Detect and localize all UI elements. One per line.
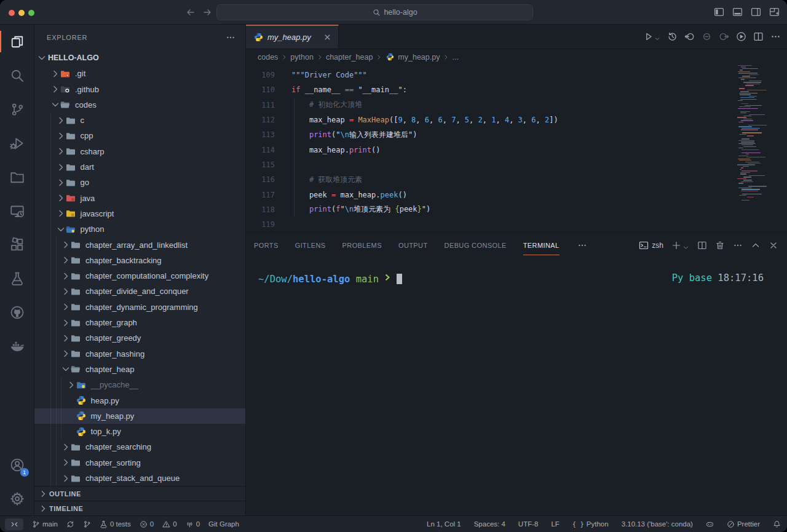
chevron-right-icon[interactable]	[50, 84, 60, 94]
folder-c[interactable]: c	[34, 113, 245, 128]
folder-chapter_sorting[interactable]: chapter_sorting	[34, 455, 245, 470]
chevron-right-icon[interactable]	[61, 474, 71, 483]
panel-tab-debug-console[interactable]: DEBUG CONSOLE	[445, 232, 507, 258]
panel-tab-terminal[interactable]: TERMINAL	[523, 232, 560, 258]
folder-HELLO-ALGO[interactable]: HELLO-ALGO	[34, 50, 245, 66]
chevron-right-icon[interactable]	[56, 178, 66, 188]
panel-more-tabs-icon[interactable]	[577, 240, 587, 250]
chevron-right-icon[interactable]	[56, 162, 66, 172]
maximize-panel-icon[interactable]	[751, 240, 761, 250]
chevron-right-icon[interactable]	[61, 458, 71, 467]
chevron-right-icon[interactable]	[61, 318, 71, 328]
toggle-primary-sidebar-icon[interactable]	[714, 7, 724, 17]
split-editor-icon[interactable]	[753, 31, 764, 42]
folder-chapter_heap[interactable]: chapter_heap	[34, 362, 245, 377]
tab-my-heap[interactable]: my_heap.py	[246, 25, 339, 49]
breadcrumb-item[interactable]: ...	[452, 53, 458, 62]
source-control-icon[interactable]	[0, 92, 34, 126]
status-sync[interactable]	[66, 520, 74, 528]
chevron-right-icon[interactable]	[61, 349, 71, 359]
run-debug-icon[interactable]	[0, 126, 34, 160]
code-editor[interactable]: 109"""Driver Code"""110if __name__ == "_…	[246, 65, 787, 232]
folder-.git[interactable]: .git	[34, 66, 245, 81]
nav-back-icon[interactable]	[186, 7, 196, 17]
folder-chapter_stack_and_queue[interactable]: chapter_stack_and_queue	[34, 470, 245, 486]
project-folder-icon[interactable]	[0, 160, 34, 194]
chevron-down-icon[interactable]	[50, 100, 60, 109]
minimize-window-button[interactable]	[18, 10, 25, 16]
outline-section[interactable]: OUTLINE	[34, 486, 245, 501]
status-utf-8[interactable]: UTF-8	[518, 520, 539, 528]
status-0-tests[interactable]: 0 tests	[100, 520, 131, 528]
chevron-right-icon[interactable]	[56, 208, 66, 218]
folder-chapter_divide_and_conquer[interactable]: chapter_divide_and_conquer	[34, 284, 245, 299]
minimap[interactable]	[737, 65, 780, 201]
toggle-secondary-sidebar-icon[interactable]	[751, 7, 761, 17]
status-scm[interactable]	[83, 520, 91, 528]
run-or-debug-icon[interactable]	[736, 31, 746, 42]
folder-cpp[interactable]: cpp	[34, 128, 245, 143]
breadcrumb-item[interactable]: codes	[258, 53, 278, 62]
status-lf[interactable]: LF	[551, 520, 559, 528]
nav-forward-icon[interactable]	[202, 7, 212, 17]
go-forward-icon[interactable]	[719, 31, 729, 42]
folder-csharp[interactable]: csharp	[34, 144, 245, 159]
file-heap.py[interactable]: heap.py	[34, 392, 245, 408]
chevron-right-icon[interactable]	[61, 287, 71, 296]
chevron-right-icon[interactable]	[56, 131, 66, 141]
status-ln-1-col-1[interactable]: Ln 1, Col 1	[427, 520, 461, 528]
status-python[interactable]: { }Python	[572, 520, 609, 528]
testing-icon[interactable]	[0, 261, 34, 295]
kill-terminal-icon[interactable]	[715, 240, 725, 250]
chevron-right-icon[interactable]	[50, 69, 60, 79]
file-my_heap.py[interactable]: my_heap.py	[34, 408, 245, 424]
chevron-right-icon[interactable]	[61, 442, 71, 452]
go-back-icon[interactable]	[684, 31, 695, 42]
status-copilot[interactable]	[706, 520, 714, 528]
folder-chapter_computational_complexity[interactable]: chapter_computational_complexity	[34, 268, 245, 284]
breadcrumb-item[interactable]: chapter_heap	[326, 53, 373, 62]
settings-icon[interactable]	[0, 482, 34, 515]
explorer-more-actions-icon[interactable]	[226, 33, 235, 42]
timeline-section[interactable]: TIMELINE	[34, 501, 245, 515]
close-window-button[interactable]	[9, 10, 15, 16]
explorer-icon[interactable]	[0, 25, 34, 58]
chevron-right-icon[interactable]	[56, 116, 66, 125]
docker-icon[interactable]	[0, 329, 34, 363]
run-python-file-icon[interactable]	[643, 31, 654, 42]
folder-chapter_graph[interactable]: chapter_graph	[34, 315, 245, 330]
customize-layout-icon[interactable]	[769, 7, 780, 17]
status-0[interactable]: 0	[186, 520, 200, 528]
chevron-right-icon[interactable]	[61, 255, 71, 265]
terminal-more-actions-icon[interactable]	[733, 240, 743, 250]
status-0[interactable]: 0	[162, 520, 176, 528]
chevron-right-icon[interactable]	[61, 302, 71, 312]
chevron-right-icon[interactable]	[61, 333, 71, 343]
folder-codes[interactable]: codes	[34, 97, 245, 113]
folder-.github[interactable]: .github	[34, 81, 245, 97]
folder-java[interactable]: java	[34, 191, 245, 206]
panel-tab-ports[interactable]: PORTS	[254, 232, 279, 258]
split-terminal-icon[interactable]	[697, 240, 707, 250]
file-top_k.py[interactable]: top_k.py	[34, 424, 245, 439]
new-terminal-icon[interactable]	[671, 240, 681, 250]
status-0[interactable]: 0	[140, 520, 154, 528]
terminal-dropdown-icon[interactable]	[682, 242, 689, 249]
panel-tab-gitlens[interactable]: GITLENS	[295, 232, 326, 258]
chevron-right-icon[interactable]	[56, 146, 66, 156]
status-bell[interactable]	[773, 520, 781, 528]
chevron-down-icon[interactable]	[56, 224, 66, 234]
folder-go[interactable]: go	[34, 175, 245, 190]
editor-more-actions-icon[interactable]	[770, 31, 781, 42]
chevron-right-icon[interactable]	[61, 240, 71, 250]
accounts-icon[interactable]: 1	[0, 448, 34, 482]
github-icon[interactable]	[0, 295, 34, 329]
zoom-window-button[interactable]	[28, 10, 34, 16]
folder-chapter_hashing[interactable]: chapter_hashing	[34, 346, 245, 361]
run-dropdown-icon[interactable]	[654, 33, 660, 39]
tab-close-icon[interactable]	[323, 33, 332, 42]
status-spaces-4[interactable]: Spaces: 4	[474, 520, 505, 528]
status-prettier[interactable]: Prettier	[727, 520, 760, 528]
panel-tab-output[interactable]: OUTPUT	[398, 232, 428, 258]
folder-chapter_backtracking[interactable]: chapter_backtracking	[34, 253, 245, 268]
